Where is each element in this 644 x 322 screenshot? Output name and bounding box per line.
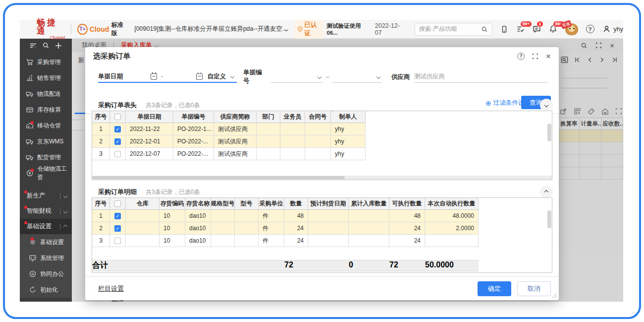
table-row[interactable]: 1✓10dao10件484848.0000 <box>92 210 552 222</box>
row-checkbox[interactable]: ✓ <box>114 213 121 219</box>
search-icon[interactable] <box>481 26 488 33</box>
sidebar-search-icon[interactable] <box>42 42 50 49</box>
calendar-icon[interactable] <box>196 73 203 80</box>
dialog-title-actions: ? × <box>517 52 551 61</box>
group-chevron[interactable] <box>60 193 67 199</box>
date-mode-select[interactable]: 自定义 <box>208 72 226 81</box>
first-record-icon[interactable] <box>574 57 581 63</box>
chart-icon <box>26 74 34 82</box>
table-row[interactable]: 2✓10dao10件24242.0000 <box>92 222 552 235</box>
supplier-input[interactable]: 测试供应商 <box>414 71 548 83</box>
notification-button[interactable]: 99+ <box>549 25 557 33</box>
dialog-maximize-icon[interactable] <box>532 53 538 60</box>
docno-to-select[interactable] <box>332 71 382 83</box>
account-name[interactable]: [009019]集测--仓库标准分开单据立账异pda--开通友空... <box>134 25 283 33</box>
background-left-panel: 新 <box>72 52 85 302</box>
todo-badge: 99+ <box>520 21 532 27</box>
sidebar-item-label: 基础设置 <box>27 222 52 231</box>
cell: 测试供应商 <box>214 123 257 135</box>
select-all-checkbox[interactable] <box>114 200 121 207</box>
sidebar-item-移动仓管[interactable]: 移动仓管 <box>20 118 72 133</box>
checkbox-cell: ✓ <box>110 123 126 135</box>
prev-record-icon[interactable] <box>587 57 593 63</box>
grid-add-icon[interactable] <box>574 108 581 115</box>
zoom-doc-icon[interactable] <box>561 56 568 64</box>
cancel-button[interactable]: 取消 <box>517 281 551 296</box>
background-active-tab-underline <box>75 113 85 114</box>
cell <box>126 222 160 235</box>
sidebar-item-库存核算[interactable]: 库存核算 <box>20 102 72 118</box>
archive-icon <box>26 106 34 114</box>
sidebar-item-初始化[interactable]: 初始化 <box>20 282 72 298</box>
sidebar-item-基础设置[interactable]: 基础设置 <box>20 219 72 234</box>
add-icon[interactable] <box>54 42 62 50</box>
column-settings-link[interactable]: 栏目设置 <box>98 284 124 293</box>
collapse-detail-section-button[interactable] <box>540 186 553 198</box>
dialog-close-icon[interactable]: × <box>546 52 551 61</box>
sidebar-item-基础设置[interactable]: 基础设置 <box>20 234 72 250</box>
horizontal-scrollbar[interactable] <box>92 176 552 180</box>
docno-filter[interactable]: 单据编号 – <box>243 71 382 83</box>
last-record-icon[interactable] <box>611 57 618 63</box>
fullscreen-icon[interactable] <box>595 42 602 49</box>
row-checkbox[interactable]: ✓ <box>114 138 121 145</box>
sidebar-item-采购管理[interactable]: 采购管理 <box>20 54 72 70</box>
row-checkbox[interactable]: ✓ <box>114 126 121 132</box>
vertical-scrollbar[interactable] <box>547 210 551 228</box>
docno-separator: – <box>326 73 329 80</box>
message-button[interactable]: 1 <box>533 25 541 33</box>
docno-from-select[interactable] <box>270 71 323 83</box>
calendar-icon[interactable] <box>151 73 157 80</box>
select-all-checkbox[interactable] <box>114 114 121 120</box>
column-header: 制单人 <box>331 111 366 123</box>
ok-button[interactable]: 确定 <box>478 281 511 296</box>
cell: 2 <box>92 135 110 148</box>
row-checkbox[interactable] <box>114 238 121 244</box>
sidebar-item-label: 库存核算 <box>37 106 61 114</box>
sidebar-item-物流配送[interactable]: 物流配送 <box>20 86 72 102</box>
vertical-scrollbar[interactable] <box>547 124 551 141</box>
sidebar-item-label: 新生产 <box>27 192 46 200</box>
group-chevron[interactable] <box>60 224 67 230</box>
table-row[interactable]: 1✓2022-11-22PO-2022-1...测试供应商yhy <box>92 123 552 135</box>
device-button[interactable] <box>500 25 508 33</box>
supplier-filter[interactable]: 供应商 测试供应商 <box>391 71 548 83</box>
group-chevron[interactable] <box>60 208 67 214</box>
cert-note: 测试验证使用06... <box>326 22 368 36</box>
collapse-header-section-button[interactable] <box>540 99 553 112</box>
sidebar-item-新生产[interactable]: 新生产 <box>20 188 72 203</box>
sidebar-item-系统管理[interactable]: 系统管理 <box>20 250 72 266</box>
tab-search-icon[interactable] <box>581 42 588 49</box>
menu-icon[interactable] <box>29 42 37 50</box>
sidebar-item-销售管理[interactable]: 销售管理 <box>20 70 72 86</box>
resize-handle[interactable] <box>552 293 557 298</box>
sidebar-item-仓储物流工资[interactable]: 仓储物流工资 <box>20 165 72 181</box>
date-range-filter[interactable]: 单据日期 - 自定义 <box>98 71 237 83</box>
todo-button[interactable]: 99+ <box>516 25 525 33</box>
sidebar-item-协同办公[interactable]: 协同办公 <box>20 266 72 282</box>
row-checkbox[interactable] <box>114 151 121 157</box>
home-icon[interactable] <box>601 108 609 115</box>
expand-icon[interactable] <box>615 108 622 115</box>
cell <box>305 123 331 135</box>
sidebar-item-京东WMS[interactable]: 京东WMS <box>20 133 72 149</box>
next-record-icon[interactable] <box>599 57 605 63</box>
table-row[interactable]: 310dao10件2424 <box>92 235 552 247</box>
chevron-down-icon[interactable] <box>230 74 234 78</box>
checkbox-cell <box>110 198 126 210</box>
dialog-help-icon[interactable]: ? <box>517 53 525 60</box>
cell: 24 <box>284 235 308 247</box>
table-row[interactable]: 32022-12-07PO-2022-...测试供应商yhy <box>92 148 552 160</box>
close-icon[interactable]: × <box>610 41 614 50</box>
table-row[interactable]: 2✓2022-12-01PO-2022-...测试供应商yhy <box>92 135 552 148</box>
export-icon[interactable] <box>560 108 567 115</box>
tag-icon[interactable] <box>588 108 595 115</box>
support-mascot[interactable]: 客服 <box>565 23 578 35</box>
row-checkbox[interactable]: ✓ <box>114 225 121 232</box>
user-button[interactable] <box>602 25 611 33</box>
background-row <box>559 167 623 180</box>
help-button[interactable]: ? <box>586 25 594 33</box>
product-search-input[interactable]: 搜索-产品功能 <box>415 23 492 36</box>
sidebar-item-配货管理[interactable]: 配货管理 <box>20 149 72 165</box>
sidebar-item-智能财税[interactable]: 智能财税 <box>20 203 72 219</box>
